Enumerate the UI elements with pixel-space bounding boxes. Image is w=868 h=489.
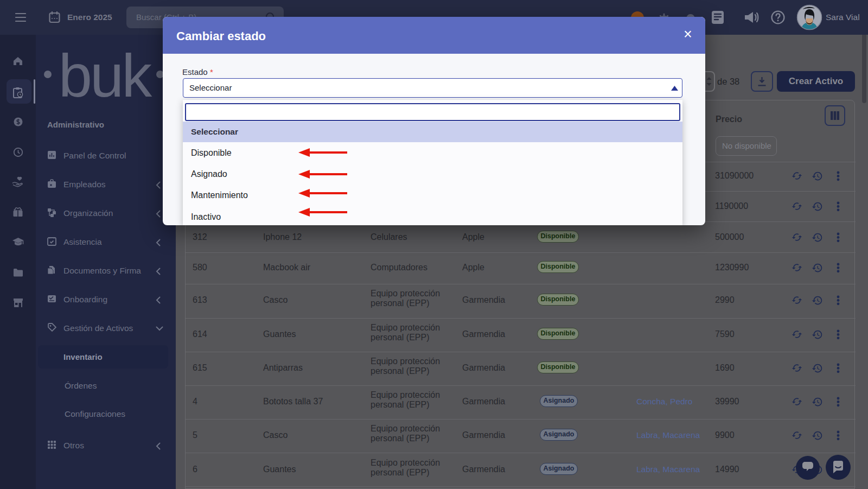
svg-text:buk: buk [59, 49, 153, 103]
